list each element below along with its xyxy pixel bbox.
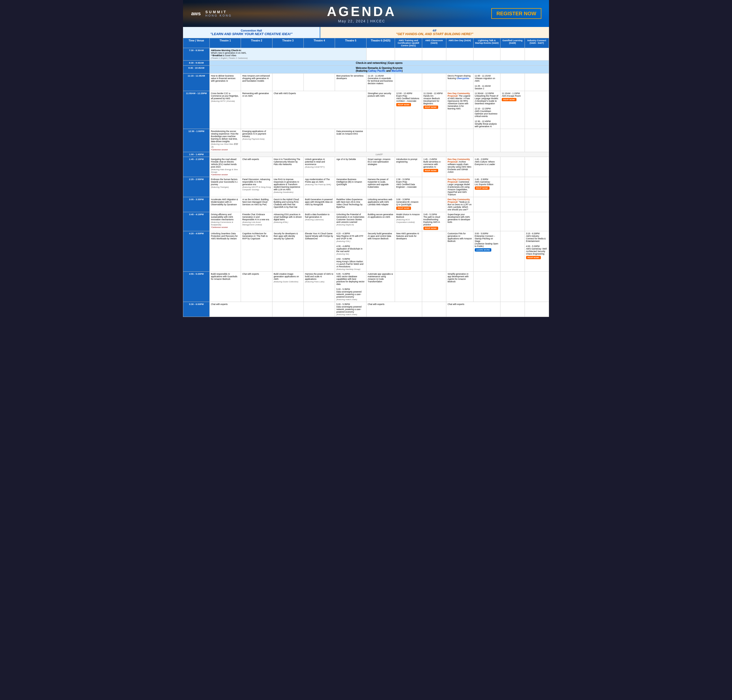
page-wrapper: aws SUMMIT HONG KONG AGENDA May 22, 2024… <box>183 0 549 317</box>
rsvp-345-awscls[interactable]: RSVP NOW! <box>424 226 438 230</box>
session-345-awsdev: Supercharge your development with AWS ge… <box>446 212 473 231</box>
header-register[interactable]: REGISTER NOW <box>491 11 541 16</box>
rsvp-225-lightning[interactable]: RSVP NOW! <box>475 187 490 190</box>
session-345-t3: Advancing ESG practices in smart buildin… <box>272 212 304 231</box>
venue-left-floor: Convention Hall <box>186 29 317 32</box>
session-530-t6: Chat with experts <box>366 302 422 317</box>
rsvp-305-awstrain[interactable]: RSVP NOW! <box>396 207 411 210</box>
location-text: HONG KONG <box>205 14 232 17</box>
session-530-industry <box>525 302 549 317</box>
session-305-t2: AI as the Architect: Building Next-Gen M… <box>241 197 272 212</box>
session-305-industry <box>525 197 549 212</box>
table-row: 2:25 - 2:55PM Embrace the human factors … <box>183 177 549 197</box>
session-730-industry <box>525 48 549 60</box>
session-345-t4: Build a data foundation to fuel generati… <box>304 212 335 231</box>
session-345-t5: Unlocking the Potential of Generative AI… <box>335 212 366 231</box>
th-theatre3: Theatre 3 <box>272 38 304 48</box>
session-345-awscls: 3:45 - 5:15PMThe path to cloud troublesh… <box>422 212 446 231</box>
session-345-t1: Driving efficiency and sustainability wi… <box>210 212 241 231</box>
session-455-lightning <box>473 272 500 302</box>
session-455-t2: Chat with experts <box>241 272 272 302</box>
session-145-lightning: 1:45 - 2:00PMAWS Culture: Where Everyone… <box>473 157 500 177</box>
session-455-industry <box>525 272 549 302</box>
session-225-awscls <box>422 177 446 197</box>
venue-banner-left: Convention Hall "LEARN AND SPARK YOUR NE… <box>183 27 320 38</box>
session-1230-awstrain <box>395 129 422 152</box>
session-225-awstrain: 2:30 - 3:15PMExam Prep:AWS Certified Dat… <box>395 177 422 197</box>
table-row: 11:15 - 11:45AM How to deliver business … <box>183 74 549 91</box>
session-1115-awsdev: DevAx Program sharing featuring Cherrypi… <box>446 74 473 91</box>
session-305-awscls <box>422 197 446 212</box>
time-455: 4:55 - 5:25PM <box>183 272 210 302</box>
session-730-gamified <box>500 48 525 60</box>
session-730-lightning <box>473 48 500 60</box>
session-305-gamified <box>500 197 525 212</box>
session-420-t2: Cognitive Architecture for Generative AI… <box>241 231 272 272</box>
session-305-lightning <box>473 197 500 212</box>
session-530-gamified <box>500 302 525 317</box>
session-225-t2: Panel Discussion: Advancing responsible … <box>241 177 272 197</box>
session-1115-t3 <box>272 74 304 91</box>
session-345-gamified <box>500 212 525 231</box>
session-145-gamified <box>500 157 525 177</box>
session-420-t6: Securely build generative AI apps and co… <box>366 231 395 272</box>
venue-right-floor: 4/F <box>323 29 546 32</box>
session-1155-t1: Cross border C2C e-Commerce at your fing… <box>210 91 241 129</box>
session-420-gamified <box>500 231 525 272</box>
session-checkin: Check-in and networking | Expo opens <box>210 60 549 66</box>
learn-more-420[interactable]: LEARN MORE <box>475 248 491 251</box>
session-345-awstrain: Model choice in Amazon Bedrock (featurin… <box>395 212 422 231</box>
session-145-industry <box>525 157 549 177</box>
session-455-awsdev: Simplify generative AI app development w… <box>446 272 473 302</box>
agenda-subtitle: May 22, 2024 | HKCEC <box>327 19 396 23</box>
session-1230-awsdev <box>446 129 473 152</box>
rsvp-1155-awstrain[interactable]: RSVP NOW! <box>396 103 411 106</box>
register-link[interactable]: REGISTER NOW <box>491 8 541 19</box>
session-keynote: Welcome Remarks & Opening Keynote(featur… <box>210 66 549 74</box>
th-theatre6: Theatre 6 (S425) <box>366 38 395 48</box>
time-305: 3:05 - 3:35PM <box>183 197 210 212</box>
schedule-wrapper: Time | Venue Theatre 1 Theatre 2 Theatre… <box>183 38 549 317</box>
rsvp-145-awscls[interactable]: RSVP NOW! <box>424 169 438 172</box>
session-1230-industry <box>525 129 549 152</box>
session-lunch: Lunch* <box>210 152 549 157</box>
session-145-t5: Age of AI by Deloitte <box>335 157 366 177</box>
time-345: 3:45 - 4:15PM <box>183 212 210 231</box>
header: aws SUMMIT HONG KONG AGENDA May 22, 2024… <box>183 0 549 27</box>
th-theatre2: Theatre 2 <box>241 38 272 48</box>
session-1230-lightning <box>473 129 500 152</box>
th-theatre4: Theatre 4 <box>304 38 335 48</box>
session-420-industry: 3:15 - 6:30PMAWS Industry Connect for Me… <box>525 231 549 272</box>
rsvp-1155-awscls[interactable]: RSVP NOW! <box>424 106 438 109</box>
th-theatre5: Theatre 5 <box>335 38 366 48</box>
session-1230-t5: Data processing at massive scale on Amaz… <box>335 129 366 152</box>
session-305-t6: Unlocking serverless web applications wi… <box>366 197 395 212</box>
venue-banners: Convention Hall "LEARN AND SPARK YOUR NE… <box>183 27 549 38</box>
session-225-t5: Generative Business Intelligence (BI) in… <box>335 177 366 197</box>
th-lightning: Lightning Talk & Startup Events (S422) <box>473 38 500 48</box>
session-305-t4: Build Generative AI-powered apps with Mo… <box>304 197 335 212</box>
session-530-t3 <box>272 302 304 317</box>
rsvp-1155-gamified[interactable]: RSVP NOW! <box>502 98 516 101</box>
session-225-industry <box>525 177 549 197</box>
session-225-t3: Use RAG to improve responses in generati… <box>272 177 304 197</box>
session-145-t3: How AI is Transforming The Cybersecurity… <box>272 157 304 177</box>
session-455-t5: 5:05 - 5:20PMAWS vector database capabil… <box>335 272 366 302</box>
table-row: 3:05 - 3:35PM Accelerate AWS Migration &… <box>183 197 549 212</box>
session-1115-awscls <box>422 74 446 91</box>
session-345-t6: Building secure generative AI applicatio… <box>366 212 395 231</box>
session-1115-industry <box>525 74 549 91</box>
session-420-t4: Elevate Your AI Cloud Game: Spend Wisely… <box>304 231 335 272</box>
session-420-awsdev: Customize FMs for generative AI applicat… <box>446 231 473 272</box>
venue-left-tagline: "LEARN AND SPARK YOUR NEXT CREATIVE IDEA… <box>186 32 317 36</box>
session-1230-gamified <box>500 129 525 152</box>
th-aws-training: AWS Training and Certification Upskill C… <box>395 38 422 48</box>
session-305-t5: Redefine Video Experience with Next-Gen … <box>335 197 366 212</box>
rsvp-420-industry[interactable]: RSVP NOW! <box>526 256 541 259</box>
table-row: 1:45 - 2:15PM Navigating the road ahead:… <box>183 157 549 177</box>
session-1115-awstrain <box>395 74 422 91</box>
table-row: 11:55AM - 12:25PM Cross border C2C e-Com… <box>183 91 549 129</box>
session-730-t6 <box>366 48 395 60</box>
session-420-t3: Security for developers & their apps wit… <box>272 231 304 272</box>
venue-right-tagline: "GET HANDS-ON, AND START BUILDING HERE!" <box>323 32 546 36</box>
